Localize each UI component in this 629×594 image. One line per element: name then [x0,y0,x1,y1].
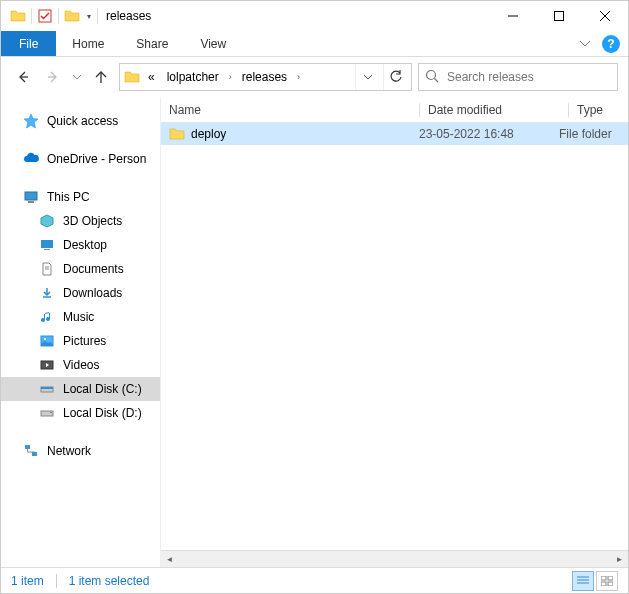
up-button[interactable] [89,65,113,89]
refresh-button[interactable] [383,64,407,90]
sidebar-item-label: Documents [63,262,124,276]
properties-icon[interactable] [34,5,56,27]
sidebar-item-music[interactable]: Music [1,305,160,329]
sidebar-item-label: Videos [63,358,99,372]
svg-rect-25 [32,452,37,456]
music-icon [39,309,55,325]
sidebar-item-pictures[interactable]: Pictures [1,329,160,353]
sidebar-item-label: Desktop [63,238,107,252]
column-name[interactable]: Name [169,103,419,117]
sidebar-item-videos[interactable]: Videos [1,353,160,377]
svg-rect-12 [41,240,53,248]
sidebar-item-downloads[interactable]: Downloads [1,281,160,305]
qat-dropdown-icon[interactable]: ▾ [83,5,95,27]
breadcrumb-segment[interactable]: lolpatcher [163,64,223,90]
star-icon [23,113,39,129]
horizontal-scrollbar[interactable]: ◄ ► [161,550,628,567]
details-view-button[interactable] [572,571,594,591]
svg-rect-21 [41,387,53,389]
sidebar-item-label: Local Disk (D:) [63,406,142,420]
separator [56,574,57,588]
separator [97,8,98,24]
sidebar-item-3d-objects[interactable]: 3D Objects [1,209,160,233]
tab-file[interactable]: File [1,31,56,56]
svg-rect-23 [50,412,52,413]
file-list-pane: Name ⌃ Date modified Type deploy 23-05-2… [160,97,628,567]
file-date-label: 23-05-2022 16:48 [419,127,559,141]
svg-rect-13 [44,249,50,250]
sidebar-item-this-pc[interactable]: This PC [1,185,160,209]
column-type[interactable]: Type [577,103,628,117]
search-input[interactable]: Search releases [418,63,618,91]
status-selected-count: 1 item selected [69,574,150,588]
svg-rect-29 [601,576,606,580]
download-icon [39,285,55,301]
sidebar-item-documents[interactable]: Documents [1,257,160,281]
sidebar-item-desktop[interactable]: Desktop [1,233,160,257]
forward-button[interactable] [41,65,65,89]
file-type-label: File folder [559,127,628,141]
column-headers: Name ⌃ Date modified Type [161,97,628,123]
address-bar[interactable]: « lolpatcher › releases › [119,63,412,91]
sidebar-item-label: OneDrive - Person [47,152,146,166]
svg-point-8 [427,70,436,79]
breadcrumb-segment[interactable]: releases [238,64,291,90]
minimize-button[interactable] [490,1,536,31]
status-item-count: 1 item [11,574,44,588]
tab-view[interactable]: View [184,31,242,56]
sidebar-item-local-disk-d[interactable]: Local Disk (D:) [1,401,160,425]
back-button[interactable] [11,65,35,89]
sidebar-item-network[interactable]: Network [1,439,160,463]
computer-icon [23,189,39,205]
navigation-pane: Quick access OneDrive - Person This PC 3… [1,97,160,567]
maximize-button[interactable] [536,1,582,31]
scroll-left-icon[interactable]: ◄ [161,551,178,568]
close-button[interactable] [582,1,628,31]
svg-rect-2 [555,12,564,21]
help-icon: ? [602,35,620,53]
search-placeholder: Search releases [447,70,534,84]
window-controls [490,1,628,31]
scroll-right-icon[interactable]: ► [611,551,628,568]
sort-indicator-icon: ⌃ [281,97,289,103]
sidebar-item-quick-access[interactable]: Quick access [1,109,160,133]
address-dropdown-icon[interactable] [355,64,379,90]
sidebar-item-label: Network [47,444,91,458]
cloud-icon [23,151,39,167]
navigation-bar: « lolpatcher › releases › Search release… [1,57,628,97]
disk-icon [39,405,55,421]
chevron-right-icon[interactable]: › [295,72,302,82]
sidebar-item-label: Downloads [63,286,122,300]
breadcrumb-overflow[interactable]: « [144,64,159,90]
svg-rect-11 [28,201,34,203]
column-date[interactable]: Date modified [428,103,568,117]
separator [58,8,59,24]
file-row[interactable]: deploy 23-05-2022 16:48 File folder [161,123,628,145]
tab-home[interactable]: Home [56,31,120,56]
tab-share[interactable]: Share [120,31,184,56]
disk-icon [39,381,55,397]
svg-rect-30 [608,576,613,580]
thumbnails-view-button[interactable] [596,571,618,591]
folder-icon [7,5,29,27]
svg-point-18 [44,338,46,340]
desktop-icon [39,237,55,253]
sidebar-item-local-disk-c[interactable]: Local Disk (C:) [1,377,160,401]
svg-rect-32 [608,582,613,586]
help-button[interactable]: ? [598,31,624,56]
file-name-label: deploy [191,127,226,141]
sidebar-item-label: 3D Objects [63,214,122,228]
title-bar: ▾ releases [1,1,628,31]
recent-dropdown-icon[interactable] [71,65,83,89]
ribbon-toggle-icon[interactable] [572,31,598,56]
quick-access-toolbar: ▾ [7,5,100,27]
folder-icon [169,126,185,142]
svg-line-9 [435,78,439,82]
svg-rect-10 [25,192,37,200]
ribbon-tabs: File Home Share View ? [1,31,628,57]
chevron-right-icon[interactable]: › [227,72,234,82]
cube-icon [39,213,55,229]
sidebar-item-onedrive[interactable]: OneDrive - Person [1,147,160,171]
sidebar-item-label: Local Disk (C:) [63,382,142,396]
network-icon [23,443,39,459]
